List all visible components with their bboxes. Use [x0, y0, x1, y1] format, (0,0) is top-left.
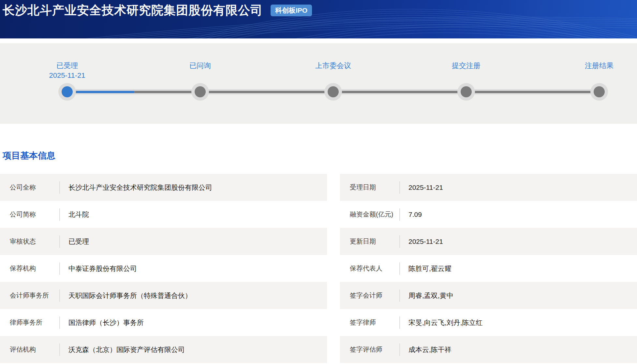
- ipo-board-badge: 科创板IPO: [271, 5, 312, 16]
- info-row-acceptance-date: 受理日期 2025-11-21: [340, 174, 637, 201]
- info-value: 7.09: [408, 211, 422, 218]
- review-progress-timeline: 已受理 2025-11-21 已问询 上市委会议 提交注册 注册结果: [0, 43, 637, 124]
- divider: [59, 208, 60, 221]
- info-row-company-full-name: 公司全称 长沙北斗产业安全技术研究院集团股份有限公司: [0, 174, 327, 201]
- step-label-accepted: 已受理 2025-11-21: [28, 61, 106, 80]
- info-label: 公司简称: [10, 210, 59, 219]
- info-label: 更新日期: [350, 237, 399, 246]
- info-row-appraisal-institution: 评估机构 沃克森（北京）国际资产评估有限公司: [0, 336, 327, 363]
- step-date-text: 2025-11-21: [28, 71, 106, 80]
- info-label: 审核状态: [10, 237, 59, 246]
- info-row-signing-accountants: 签字会计师 周睿,孟双,黄中: [340, 282, 637, 309]
- step-dot-accepted: [62, 86, 73, 97]
- info-label: 签字律师: [350, 318, 399, 327]
- divider: [59, 262, 60, 275]
- info-value: 已受理: [68, 237, 89, 246]
- info-row-sponsor-representatives: 保荐代表人 陈胜可,翟云耀: [340, 255, 637, 282]
- info-value: 周睿,孟双,黄中: [408, 291, 453, 300]
- section-title-basic-info: 项目基本信息: [3, 150, 55, 161]
- info-label: 保荐机构: [10, 264, 59, 273]
- info-value: 天职国际会计师事务所（特殊普通合伙）: [68, 291, 192, 300]
- info-value: 沃克森（北京）国际资产评估有限公司: [68, 345, 185, 354]
- step-dot-inquired: [195, 86, 206, 97]
- info-value: 长沙北斗产业安全技术研究院集团股份有限公司: [68, 183, 212, 192]
- info-value: 北斗院: [68, 210, 89, 219]
- divider: [399, 235, 400, 248]
- divider: [59, 343, 60, 356]
- step-label-registration-submitted: 提交注册: [427, 61, 505, 71]
- step-label-text: 已受理: [28, 61, 106, 71]
- info-value: 中泰证券股份有限公司: [68, 264, 137, 273]
- info-value: 2025-11-21: [408, 238, 443, 245]
- info-label: 受理日期: [350, 183, 399, 192]
- step-dot-committee-meeting: [328, 86, 339, 97]
- step-label-registration-result: 注册结果: [560, 61, 637, 71]
- info-label: 律师事务所: [10, 318, 59, 327]
- info-value: 宋旻,向云飞,刘丹,陈立红: [408, 318, 483, 327]
- info-label: 评估机构: [10, 345, 59, 354]
- info-row-sponsor-institution: 保荐机构 中泰证券股份有限公司: [0, 255, 327, 282]
- info-value: 陈胜可,翟云耀: [408, 264, 452, 273]
- info-row-update-date: 更新日期 2025-11-21: [340, 228, 637, 255]
- step-label-committee-meeting: 上市委会议: [294, 61, 372, 71]
- info-label: 融资金额(亿元): [350, 210, 399, 219]
- info-label: 会计师事务所: [10, 291, 59, 300]
- divider: [59, 181, 60, 194]
- company-title: 长沙北斗产业安全技术研究院集团股份有限公司: [3, 0, 263, 21]
- divider: [59, 316, 60, 329]
- info-label: 保荐代表人: [350, 264, 399, 273]
- info-label: 签字会计师: [350, 291, 399, 300]
- divider: [399, 289, 400, 302]
- info-row-accounting-firm: 会计师事务所 天职国际会计师事务所（特殊普通合伙）: [0, 282, 327, 309]
- info-row-financing-amount: 融资金额(亿元) 7.09: [340, 201, 637, 228]
- divider: [59, 235, 60, 248]
- page-header: 长沙北斗产业安全技术研究院集团股份有限公司 科创板IPO: [0, 0, 637, 38]
- timeline-progress-line: [67, 91, 134, 93]
- step-label-text: 已问询: [161, 61, 239, 71]
- info-label: 公司全称: [10, 183, 59, 192]
- info-table-left-column: 公司全称 长沙北斗产业安全技术研究院集团股份有限公司 公司简称 北斗院 审核状态…: [0, 174, 327, 363]
- info-value: 2025-11-21: [408, 184, 443, 191]
- page: 长沙北斗产业安全技术研究院集团股份有限公司 科创板IPO 已受理 2025-11…: [0, 0, 637, 364]
- step-dot-registration-submitted: [461, 86, 472, 97]
- step-label-text: 注册结果: [560, 61, 637, 71]
- step-dot-registration-result: [594, 86, 605, 97]
- divider: [399, 208, 400, 221]
- step-label-text: 上市委会议: [294, 61, 372, 71]
- info-row-company-short-name: 公司简称 北斗院: [0, 201, 327, 228]
- info-row-signing-lawyers: 签字律师 宋旻,向云飞,刘丹,陈立红: [340, 309, 637, 336]
- divider: [399, 262, 400, 275]
- divider: [399, 343, 400, 356]
- divider: [399, 181, 400, 194]
- info-value: 国浩律师（长沙）事务所: [68, 318, 144, 327]
- step-label-inquired: 已问询: [161, 61, 239, 71]
- info-row-review-status: 审核状态 已受理: [0, 228, 327, 255]
- info-value: 成本云,陈干祥: [408, 345, 452, 354]
- info-label: 签字评估师: [350, 345, 399, 354]
- step-label-text: 提交注册: [427, 61, 505, 71]
- info-row-law-firm: 律师事务所 国浩律师（长沙）事务所: [0, 309, 327, 336]
- info-row-signing-appraisers: 签字评估师 成本云,陈干祥: [340, 336, 637, 363]
- info-table-right-column: 受理日期 2025-11-21 融资金额(亿元) 7.09 更新日期 2025-…: [340, 174, 637, 363]
- divider: [399, 316, 400, 329]
- divider: [59, 289, 60, 302]
